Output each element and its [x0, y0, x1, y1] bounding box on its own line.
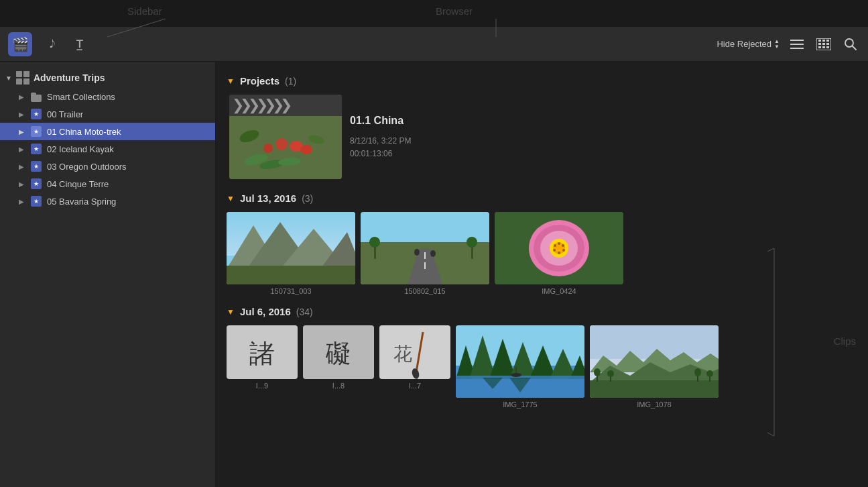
svg-point-58 — [562, 249, 565, 252]
svg-text:花: 花 — [393, 343, 412, 364]
clip-label: IMG_1775 — [503, 400, 537, 409]
project-thumbnail: ❯❯❯❯❯❯❯ — [229, 95, 342, 179]
svg-rect-12 — [818, 43, 821, 45]
sidebar-item-label: Smart Collections — [47, 92, 115, 102]
jul6-section-header: ▼ Jul 6, 2016 (34) — [227, 306, 857, 317]
clip-label: I...8 — [332, 382, 345, 390]
sidebar-item-cinque[interactable]: ▶ ★ 04 Cinque Terre — [0, 175, 215, 193]
star-badge-icon: ★ — [31, 178, 42, 189]
film-icon: 🎬 — [12, 36, 29, 52]
svg-rect-17 — [826, 46, 829, 48]
svg-rect-87 — [590, 380, 719, 398]
sidebar-item-iceland[interactable]: ▶ ★ 02 Iceland Kayak — [0, 140, 215, 158]
clip-thumbnail — [227, 212, 355, 284]
svg-point-91 — [607, 370, 614, 377]
projects-section-header: ▼ Projects (1) — [227, 75, 857, 87]
jul13-count: (3) — [302, 193, 313, 204]
clip-item-img1078[interactable]: IMG_1078 — [590, 325, 719, 409]
sidebar-item-label: 03 Oregon Outdoors — [47, 162, 127, 172]
svg-point-45 — [369, 237, 380, 248]
svg-rect-5 — [790, 40, 804, 41]
project-date: 8/12/16, 3:22 PM 00:01:13:06 — [350, 135, 411, 160]
svg-text:礙: 礙 — [325, 339, 351, 368]
list-view-icon — [790, 39, 804, 50]
sidebar-item-smart-collections[interactable]: ▶ Smart Collections — [0, 89, 215, 105]
hide-rejected-button[interactable]: Hide Rejected ▲ ▼ — [717, 39, 780, 50]
music-button[interactable]: 𝅘𝅥𝅮 — [38, 32, 62, 56]
project-item[interactable]: ❯❯❯❯❯❯❯ — [227, 95, 857, 179]
svg-point-57 — [562, 244, 564, 247]
sidebar-item-china[interactable]: ▶ ★ 01 China Moto-trek — [0, 123, 215, 140]
karst-svg — [456, 325, 584, 398]
svg-rect-14 — [826, 43, 829, 45]
clip-item-i8[interactable]: 礙 I...8 — [303, 325, 374, 409]
chevron-stripe: ❯❯❯❯❯❯❯ — [232, 97, 288, 114]
clip-label: 150731_003 — [270, 287, 311, 295]
sidebar-item-label: 02 Iceland Kayak — [47, 144, 114, 154]
sidebar-item-bavaria[interactable]: ▶ ★ 05 Bavaria Spring — [0, 193, 215, 210]
svg-point-55 — [554, 244, 556, 247]
filmstrip-icon — [816, 38, 831, 50]
chevron-icon: ▶ — [19, 180, 25, 188]
svg-point-26 — [275, 138, 288, 150]
svg-rect-46 — [471, 246, 473, 259]
clip-item-img0424[interactable]: IMG_0424 — [495, 212, 623, 295]
projects-chevron-icon: ▼ — [227, 76, 235, 86]
filmstrip-view-button[interactable] — [814, 35, 833, 54]
chevron-icon: ▶ — [19, 198, 25, 205]
toolbar-left: 🎬 𝅘𝅥𝅮 T̲ — [8, 32, 91, 56]
svg-rect-15 — [818, 46, 821, 48]
svg-point-47 — [467, 237, 477, 248]
flower-svg — [495, 212, 623, 284]
clip-item-img1775[interactable]: IMG_1775 — [456, 325, 584, 409]
jul13-clips-grid: 150731_003 — [227, 212, 857, 295]
clip-item-i7[interactable]: 花 I...7 — [379, 325, 450, 409]
clip-thumbnail: 花 — [379, 325, 450, 379]
clip-item-i9[interactable]: 諸 I...9 — [227, 325, 298, 409]
titles-icon: T̲ — [76, 38, 82, 50]
sidebar: ▼ Adventure Trips ▶ Smart Collections ▶ … — [0, 62, 216, 487]
svg-point-81 — [511, 373, 521, 377]
jul13-section: ▼ Jul 13, 2016 (3) — [227, 193, 857, 295]
browser[interactable]: ▼ Projects (1) ❯❯❯❯❯❯❯ — [216, 62, 868, 487]
updown-arrows-icon: ▲ ▼ — [774, 39, 780, 50]
toolbar-right: Hide Rejected ▲ ▼ — [717, 35, 860, 54]
project-info: 01.1 China 8/12/16, 3:22 PM 00:01:13:06 — [350, 95, 411, 160]
hide-rejected-label: Hide Rejected — [717, 39, 771, 49]
svg-point-42 — [414, 249, 420, 256]
jul13-title: Jul 13, 2016 — [240, 193, 296, 204]
chevron-icon: ▶ — [19, 93, 25, 101]
svg-rect-11 — [826, 40, 829, 42]
clip-thumbnail: 礙 — [303, 325, 374, 379]
sidebar-item-label: 05 Bavaria Spring — [47, 197, 116, 207]
library-item[interactable]: ▼ Adventure Trips — [0, 67, 215, 89]
clip-label: IMG_1078 — [637, 400, 671, 409]
clip-item-150802[interactable]: 150802_015 — [361, 212, 489, 295]
clip-item-150731[interactable]: 150731_003 — [227, 212, 355, 295]
veggie-svg — [229, 116, 342, 179]
clip-thumbnail: 諸 — [227, 325, 298, 379]
svg-rect-13 — [822, 43, 825, 45]
clip-thumbnail — [456, 325, 584, 398]
jul13-section-header: ▼ Jul 13, 2016 (3) — [227, 193, 857, 204]
sidebar-item-label: 00 Trailer — [47, 109, 83, 119]
project-thumb-image — [229, 116, 342, 179]
svg-point-59 — [558, 252, 560, 254]
road-svg — [361, 212, 489, 284]
chevron-icon: ▶ — [19, 128, 25, 136]
sidebar-item-label: 04 Cinque Terre — [47, 179, 109, 189]
search-button[interactable] — [841, 35, 860, 54]
svg-rect-44 — [374, 246, 376, 259]
libraries-button[interactable]: 🎬 — [8, 32, 32, 56]
sidebar-item-trailer[interactable]: ▶ ★ 00 Trailer — [0, 105, 215, 123]
star-badge-icon: ★ — [31, 161, 42, 172]
sidebar-item-label: 01 China Moto-trek — [47, 127, 121, 137]
search-icon — [845, 38, 857, 50]
list-view-button[interactable] — [788, 35, 806, 54]
karst2-svg — [590, 325, 719, 398]
jul13-chevron-icon: ▼ — [227, 194, 235, 203]
main-content: ▼ Adventure Trips ▶ Smart Collections ▶ … — [0, 62, 868, 487]
jul6-clips-grid: 諸 I...9 礙 I...8 — [227, 325, 857, 409]
sidebar-item-oregon[interactable]: ▶ ★ 03 Oregon Outdoors — [0, 158, 215, 175]
titles-button[interactable]: T̲ — [67, 32, 91, 56]
